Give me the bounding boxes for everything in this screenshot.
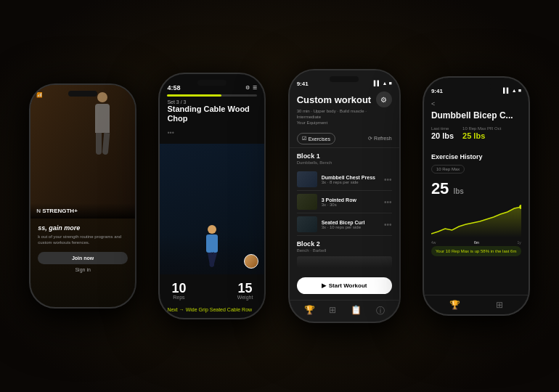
phone2-set-info: Set 3 / 3 Standing Cable Wood Chop ••• [160, 97, 264, 141]
phone2-reps-stat: 10 Reps [171, 282, 186, 300]
phone1-hero: 📶 N STRENGTH+ [30, 85, 135, 219]
phone-4: 9:41 ▌▌ ▲ ■ < Dumbbell Bicep C... Last t… [423, 76, 530, 316]
phone2-adjust-icon[interactable]: ⚙ [245, 85, 250, 91]
phone3-exercise-2[interactable]: 3 Pointed Row 3x · 30s ••• [297, 191, 392, 213]
phone2-exercise-title: Standing Cable Wood Chop [167, 105, 257, 123]
phone2-menu-icon[interactable]: ☰ [253, 85, 257, 91]
phone4-label-1y[interactable]: 1y [518, 240, 521, 245]
phone4-content: 9:41 ▌▌ ▲ ■ < Dumbbell Bicep C... Last t… [424, 78, 529, 314]
phone4-last-time: Last time 20 lbs [431, 126, 454, 140]
phone1-signin-button[interactable]: Sign in [38, 267, 128, 272]
phone3-block2-preview [297, 256, 392, 268]
phone3-notch [330, 76, 359, 82]
phone4-exercise-title: Dumbbell Bicep C... [431, 110, 521, 121]
phone2-weight-stat: 15 Weight [237, 282, 253, 300]
phones-wrapper: 📶 N STRENGTH+ ss, gain more k out of you… [11, 15, 548, 377]
phone3-block2-title: Block 2 [297, 240, 392, 248]
phone3-title: Custom workout [297, 94, 372, 105]
phone4-chart [431, 201, 521, 237]
phone3-ex1-info: Dumbbell Chest Press 3x · 8 reps per sid… [322, 175, 380, 184]
phone3-ex2-info: 3 Pointed Row 3x · 30s [322, 197, 380, 207]
phone2-weight-val: 15 [237, 282, 253, 295]
phone3-content: 9:41 ▌▌ ▲ ■ Custom workout ⚙ 30 min · Up… [290, 70, 399, 322]
phone4-status-time: 9:41 [431, 88, 443, 94]
phone3-ex1-more[interactable]: ••• [384, 176, 392, 184]
phone1-headline: ss, gain more [38, 224, 128, 232]
phone3-status-icons: ▌▌ ▲ ■ [374, 81, 392, 87]
phone2-reps-val: 10 [171, 282, 186, 295]
phone4-pr-label: 10 Rep Max PR Oct [462, 126, 501, 131]
phone4-bottom-nav: 🏆 ⊞ [424, 295, 529, 314]
phone3-start-workout-button[interactable]: ▶ Start Workout [297, 277, 392, 294]
phone3-block2-sub: Bench · Barbell [297, 248, 392, 253]
phone4-footer-note: Your 10 Rep Max is up 58% in the last 6m [431, 246, 521, 256]
phone4-history-section: Exercise History 10 Rep Max 25 lbs [424, 153, 529, 256]
phone3-ex3-more[interactable]: ••• [384, 221, 392, 229]
phone3-nav-info[interactable]: ⓘ [376, 305, 385, 317]
phone3-play-icon: ▶ [322, 282, 326, 289]
phone3-nav-trophy[interactable]: 🏆 [304, 305, 315, 317]
phone4-filter-10rep[interactable]: 10 Rep Max [431, 165, 465, 173]
phone3-ex3-info: Seated Bicep Curl 3x · 10 reps per side [322, 220, 380, 229]
phone4-pr-item: 10 Rep Max PR Oct 25 lbs [462, 126, 501, 140]
main-scene: 📶 N STRENGTH+ ss, gain more k out of you… [0, 0, 559, 392]
phone4-pr-row: Last time 20 lbs 10 Rep Max PR Oct 25 lb… [431, 126, 521, 140]
phone3-ex2-more[interactable]: ••• [384, 198, 392, 206]
phone3-ex2-name: 3 Pointed Row [322, 197, 380, 203]
phone1-content: 📶 N STRENGTH+ ss, gain more k out of you… [30, 85, 135, 307]
phone2-content: 4:58 ⚙ ☰ Set 3 / 3 Standing Cable Wood C… [160, 74, 264, 318]
phone3-ex1-name: Dumbbell Chest Press [322, 175, 380, 180]
phone3-exercises-icon: ☑ [302, 136, 306, 142]
phone1-strength-label: N STRENGTH+ [36, 208, 129, 214]
phone1-bottom: ss, gain more k out of your strength rou… [30, 219, 135, 278]
phone-3: 9:41 ▌▌ ▲ ■ Custom workout ⚙ 30 min · Up… [288, 69, 401, 323]
phone-2: 4:58 ⚙ ☰ Set 3 / 3 Standing Cable Wood C… [158, 73, 266, 319]
phone2-weight-label: Weight [237, 295, 253, 300]
phone3-exercise-3[interactable]: Seated Bicep Curl 3x · 10 reps per side … [297, 213, 392, 236]
phone4-back-button[interactable]: < [431, 100, 521, 107]
phone3-tab-exercises[interactable]: ☑ Exercises [297, 133, 335, 144]
phone2-athlete-figure [206, 225, 218, 267]
phone3-nav-calendar[interactable]: 📋 [351, 305, 362, 317]
phone3-nav-grid[interactable]: ⊞ [329, 305, 336, 317]
phone3-footer: ▶ Start Workout [290, 271, 399, 300]
phone3-ex1-thumb [297, 171, 317, 187]
phone3-title-row: Custom workout ⚙ [297, 91, 392, 107]
phone2-notch [197, 80, 227, 86]
phone3-ex3-sets: 3x · 10 reps per side [322, 225, 380, 229]
phone1-join-button[interactable]: Join now [38, 252, 128, 264]
phone4-highlight-pct: 58% [481, 249, 489, 253]
phone3-refresh-button[interactable]: ⟳ Refresh [368, 136, 391, 142]
phone4-chart-svg [431, 201, 521, 237]
phone3-bottom-nav: 🏆 ⊞ 📋 ⓘ [290, 300, 399, 322]
phone1-person-figure [84, 92, 121, 187]
phone1-top-icons: 📶 [36, 92, 43, 98]
phone3-block1-title: Block 1 [297, 152, 392, 160]
phone3-ex2-thumb [297, 194, 317, 210]
phone4-last-time-label: Last time [431, 126, 454, 131]
phone3-status-time: 9:41 [297, 81, 309, 87]
phone3-body: Block 1 Dumbbells, Bench Dumbbell Chest … [290, 148, 399, 271]
phone3-ex3-thumb [297, 216, 317, 232]
phone3-meta: 30 min · Upper body · Build muscle · Int… [297, 109, 392, 126]
phone2-next-exercise: Next → Wide Grip Seated Cable Row [160, 304, 264, 318]
phone3-ex3-name: Seated Bicep Curl [322, 220, 380, 225]
phone4-nav-trophy[interactable]: 🏆 [449, 300, 460, 310]
phone3-block1-sub: Dumbbells, Bench [297, 160, 392, 165]
phone4-time-labels: 4w 6m 1y [431, 240, 521, 245]
phone4-label-6m[interactable]: 6m [474, 240, 479, 245]
phone2-reps-label: Reps [171, 295, 186, 300]
phone1-notch [68, 91, 97, 97]
phone4-nav-grid[interactable]: ⊞ [496, 300, 503, 310]
phone2-header-icons: ⚙ ☰ [245, 85, 257, 91]
phone2-more-btn[interactable]: ••• [167, 125, 257, 138]
phone4-chart-unit: lbs [453, 187, 463, 195]
phone3-ex1-sets: 3x · 8 reps per side [322, 180, 380, 184]
phone2-video-area [160, 144, 264, 274]
phone2-set-label: Set 3 / 3 [167, 99, 257, 105]
phone4-label-4w[interactable]: 4w [431, 240, 436, 245]
phone4-filter-row: 10 Rep Max [431, 165, 521, 173]
phone3-settings-button[interactable]: ⚙ [376, 91, 392, 107]
phone3-ex2-sets: 3x · 30s [322, 203, 380, 207]
phone3-exercise-1[interactable]: Dumbbell Chest Press 3x · 8 reps per sid… [297, 168, 392, 191]
